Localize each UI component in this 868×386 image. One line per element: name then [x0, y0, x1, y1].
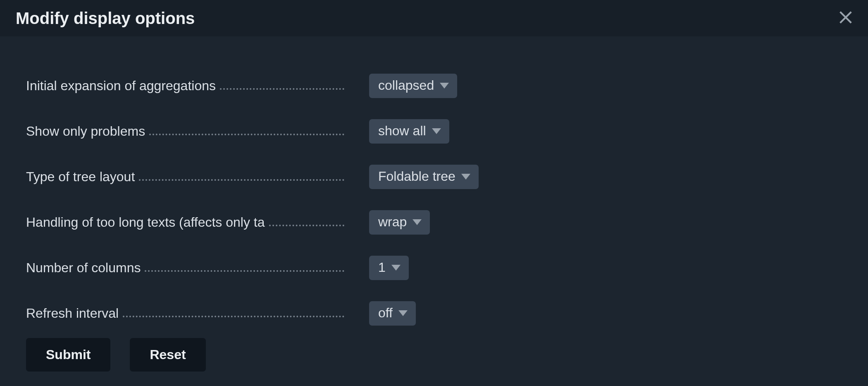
chevron-down-icon: [440, 83, 449, 89]
row-label: Show only problems: [26, 124, 149, 139]
dotted-leader: [139, 179, 344, 181]
row-label: Type of tree layout: [26, 169, 139, 185]
select-value: 1: [378, 260, 386, 275]
select-value: show all: [378, 123, 426, 139]
dialog-title: Modify display options: [16, 9, 195, 28]
row-label-wrapper: Show only problems: [26, 124, 344, 139]
dialog-footer: Submit Reset: [0, 338, 868, 386]
row-label: Refresh interval: [26, 306, 123, 321]
row-value-cell: Foldable tree: [344, 165, 479, 189]
chevron-down-icon: [432, 128, 441, 134]
row-label-wrapper: Refresh interval: [26, 306, 344, 321]
select-long-text-handling[interactable]: wrap: [369, 210, 430, 235]
reset-button[interactable]: Reset: [130, 338, 205, 372]
row-number-of-columns: Number of columns 1: [26, 256, 847, 280]
select-tree-layout[interactable]: Foldable tree: [369, 165, 479, 189]
row-label-wrapper: Type of tree layout: [26, 169, 344, 185]
dotted-leader: [220, 88, 344, 90]
select-value: Foldable tree: [378, 169, 455, 184]
submit-button[interactable]: Submit: [26, 338, 110, 372]
row-show-only-problems: Show only problems show all: [26, 119, 847, 144]
row-value-cell: wrap: [344, 210, 430, 235]
row-label-wrapper: Number of columns: [26, 260, 344, 276]
row-value-cell: off: [344, 301, 416, 326]
row-label: Number of columns: [26, 260, 145, 276]
select-initial-expansion[interactable]: collapsed: [369, 74, 457, 98]
row-tree-layout: Type of tree layout Foldable tree: [26, 165, 847, 189]
dotted-leader: [145, 270, 344, 272]
dotted-leader: [123, 316, 344, 317]
row-label-wrapper: Handling of too long texts (affects only…: [26, 215, 344, 230]
chevron-down-icon: [391, 265, 401, 271]
row-refresh-interval: Refresh interval off: [26, 301, 847, 326]
row-label: Initial expansion of aggregations: [26, 78, 220, 94]
dotted-leader: [269, 225, 344, 226]
chevron-down-icon: [461, 174, 470, 180]
select-value: wrap: [378, 214, 407, 230]
form-rows: Initial expansion of aggregations collap…: [26, 74, 847, 326]
row-long-text-handling: Handling of too long texts (affects only…: [26, 210, 847, 235]
chevron-down-icon: [398, 310, 408, 316]
select-show-only-problems[interactable]: show all: [369, 119, 449, 144]
select-refresh-interval[interactable]: off: [369, 301, 416, 326]
row-value-cell: collapsed: [344, 74, 457, 98]
row-value-cell: 1: [344, 256, 409, 280]
row-label: Handling of too long texts (affects only…: [26, 215, 269, 230]
chevron-down-icon: [413, 219, 422, 225]
row-initial-expansion: Initial expansion of aggregations collap…: [26, 74, 847, 98]
dialog-body: Initial expansion of aggregations collap…: [0, 36, 868, 338]
close-icon[interactable]: [836, 7, 856, 29]
select-number-of-columns[interactable]: 1: [369, 256, 409, 280]
dialog-header: Modify display options: [0, 0, 868, 36]
select-value: collapsed: [378, 78, 434, 93]
dotted-leader: [149, 134, 344, 135]
row-value-cell: show all: [344, 119, 449, 144]
row-label-wrapper: Initial expansion of aggregations: [26, 78, 344, 94]
select-value: off: [378, 305, 393, 321]
display-options-dialog: Modify display options Initial expansion…: [0, 0, 868, 386]
